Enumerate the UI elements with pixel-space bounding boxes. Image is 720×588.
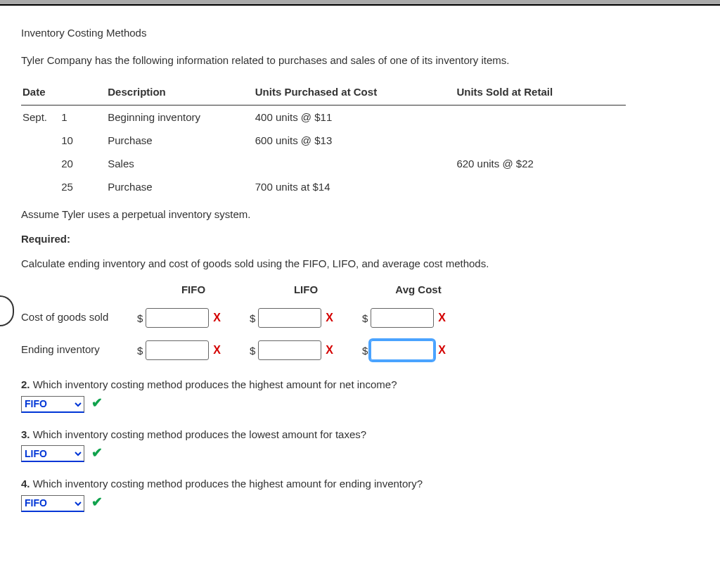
col-header-avg: Avg Cost <box>362 283 475 295</box>
wrong-icon: X <box>438 344 446 357</box>
answer-grid: FIFO LIFO Avg Cost Cost of goods sold $ … <box>21 283 699 360</box>
wrong-icon: X <box>438 312 446 324</box>
cell-sold <box>455 106 626 129</box>
th-purchased: Units Purchased at Cost <box>254 82 456 106</box>
row-label-cogs: Cost of goods sold <box>21 308 137 323</box>
question-2: 2. Which inventory costing method produc… <box>21 378 699 413</box>
cell-purchased <box>254 152 456 175</box>
cell-purchased: 400 units @ $11 <box>254 106 456 129</box>
currency-symbol: $ <box>250 312 255 324</box>
select-q4[interactable]: FIFOLIFOAvg Cost <box>21 495 84 512</box>
currency-symbol: $ <box>362 312 368 324</box>
cell-month: Sept. <box>21 106 60 129</box>
page-title: Inventory Costing Methods <box>21 27 699 39</box>
instruction-text: Calculate ending inventory and cost of g… <box>21 257 699 269</box>
wrong-icon: X <box>213 312 221 324</box>
table-row: 10 Purchase 600 units @ $13 <box>21 129 626 152</box>
cell-day: 10 <box>60 129 106 152</box>
q3-number: 3. <box>21 428 30 440</box>
input-ending-fifo[interactable] <box>146 340 209 360</box>
col-header-fifo: FIFO <box>137 283 250 295</box>
cell-desc: Sales <box>106 152 253 175</box>
select-q3[interactable]: FIFOLIFOAvg Cost <box>21 445 84 462</box>
currency-symbol: $ <box>137 312 143 324</box>
q3-text: Which inventory costing method produces … <box>30 428 367 440</box>
question-4: 4. Which inventory costing method produc… <box>21 478 699 512</box>
q4-number: 4. <box>21 478 30 490</box>
col-header-lifo: LIFO <box>250 283 362 295</box>
cell-purchased: 700 units at $14 <box>254 175 456 198</box>
table-row: 25 Purchase 700 units at $14 <box>21 175 626 198</box>
cell-desc: Beginning inventory <box>106 106 253 129</box>
input-ending-avg[interactable] <box>371 340 434 360</box>
cell-day: 25 <box>60 175 106 198</box>
table-row: 20 Sales 620 units @ $22 <box>21 152 626 175</box>
wrong-icon: X <box>326 312 333 324</box>
cell-sold: 620 units @ $22 <box>455 152 626 175</box>
question-3: 3. Which inventory costing method produc… <box>21 428 699 463</box>
row-label-ending: Ending inventory <box>21 340 137 355</box>
q4-text: Which inventory costing method produces … <box>30 478 423 490</box>
wrong-icon: X <box>213 344 221 357</box>
cell-sold <box>455 129 626 152</box>
cell-day: 20 <box>60 152 106 175</box>
cell-day: 1 <box>60 106 106 129</box>
check-icon: ✔ <box>91 445 103 460</box>
cell-desc: Purchase <box>106 175 253 198</box>
content-area: Inventory Costing Methods Tyler Company … <box>0 6 720 549</box>
top-border <box>0 0 720 6</box>
cell-month <box>21 175 60 198</box>
cell-purchased: 600 units @ $13 <box>254 129 456 152</box>
cell-month <box>21 152 60 175</box>
intro-text: Tyler Company has the following informat… <box>21 54 699 66</box>
input-cogs-fifo[interactable] <box>146 308 209 328</box>
cell-sold <box>455 175 626 198</box>
required-label: Required: <box>21 233 699 245</box>
cell-month <box>21 129 60 152</box>
check-icon: ✔ <box>91 494 103 509</box>
q2-number: 2. <box>21 378 30 390</box>
currency-symbol: $ <box>137 345 143 357</box>
th-description: Description <box>106 82 253 106</box>
input-cogs-lifo[interactable] <box>258 308 321 328</box>
assume-text: Assume Tyler uses a perpetual inventory … <box>21 208 699 220</box>
q2-text: Which inventory costing method produces … <box>30 378 397 390</box>
table-body: Sept. 1 Beginning inventory 400 units @ … <box>21 106 626 199</box>
inventory-table: Date Description Units Purchased at Cost… <box>21 82 626 198</box>
table-row: Sept. 1 Beginning inventory 400 units @ … <box>21 106 626 129</box>
th-sold: Units Sold at Retail <box>455 82 626 106</box>
currency-symbol: $ <box>250 345 255 357</box>
check-icon: ✔ <box>91 395 103 410</box>
select-q2[interactable]: FIFOLIFOAvg Cost <box>21 396 84 413</box>
th-date: Date <box>21 82 106 106</box>
wrong-icon: X <box>326 344 333 357</box>
input-ending-lifo[interactable] <box>258 340 321 360</box>
cell-desc: Purchase <box>106 129 253 152</box>
currency-symbol: $ <box>362 345 368 357</box>
input-cogs-avg[interactable] <box>371 308 434 328</box>
